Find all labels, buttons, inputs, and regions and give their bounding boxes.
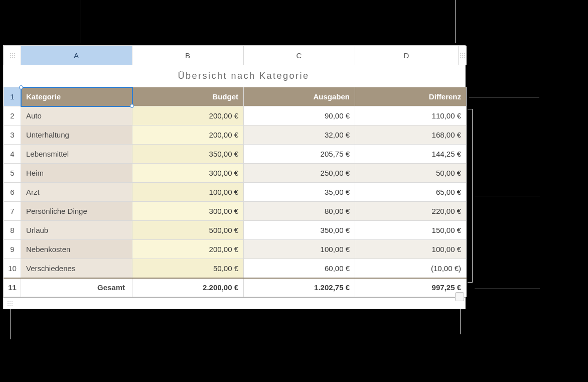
cell[interactable]: 200,00 €	[132, 125, 244, 145]
table-footer-strip	[3, 298, 466, 309]
cell-total-spent[interactable]: 1.202,75 €	[244, 278, 355, 297]
table-row: 3 Unterhaltung 200,00 € 32,00 € 168,00 €	[4, 125, 467, 145]
cell[interactable]: Auto	[21, 106, 132, 125]
cell[interactable]: 65,00 €	[355, 183, 467, 202]
row-header-4[interactable]: 4	[4, 145, 21, 164]
column-header-C[interactable]: C	[244, 46, 355, 65]
table-row: 2 Auto 200,00 € 90,00 € 110,00 €	[4, 106, 467, 125]
row-header-title[interactable]	[4, 65, 21, 87]
table-title[interactable]: Übersicht nach Kategorie	[21, 65, 467, 87]
callout-line	[475, 196, 540, 196]
cell[interactable]: 35,00 €	[244, 183, 355, 202]
add-row-handle[interactable]	[8, 301, 13, 306]
drag-handle-icon	[460, 53, 465, 58]
cell[interactable]: Verschiedenes	[21, 259, 132, 278]
table-row: 9 Nebenkosten 200,00 € 100,00 € 100,00 €	[4, 240, 467, 259]
cell-total-budget[interactable]: 2.200,00 €	[132, 278, 244, 297]
add-column-handle[interactable]	[459, 46, 467, 65]
table-row: 10 Verschiedenes 50,00 € 60,00 € (10,00 …	[4, 259, 467, 278]
row-header-2[interactable]: 2	[4, 106, 21, 125]
row-header-7[interactable]: 7	[4, 202, 21, 221]
table-row: 7 Persönliche Dinge 300,00 € 80,00 € 220…	[4, 202, 467, 221]
cell[interactable]: 100,00 €	[132, 183, 244, 202]
cell[interactable]: 350,00 €	[244, 221, 355, 240]
row-header-1[interactable]: 1	[4, 87, 21, 106]
column-header-A[interactable]: A	[21, 46, 132, 65]
cell[interactable]: 150,00 €	[355, 221, 467, 240]
cell[interactable]: 110,00 €	[355, 106, 467, 125]
drag-handle-icon	[10, 53, 15, 58]
row-header-8[interactable]: 8	[4, 221, 21, 240]
cell[interactable]: 200,00 €	[132, 240, 244, 259]
cell[interactable]: 50,00 €	[132, 259, 244, 278]
row-header-3[interactable]: 3	[4, 125, 21, 145]
cell-D1[interactable]: Differenz	[355, 87, 467, 106]
cell[interactable]: 220,00 €	[355, 202, 467, 221]
table-row: 8 Urlaub 500,00 € 350,00 € 150,00 €	[4, 221, 467, 240]
cell[interactable]: Urlaub	[21, 221, 132, 240]
header-label: Kategorie	[26, 92, 61, 101]
spreadsheet-table[interactable]: A B C D Übersicht nach Kategorie 1	[3, 45, 466, 298]
row-header-9[interactable]: 9	[4, 240, 21, 259]
row-header-6[interactable]: 6	[4, 183, 21, 202]
row-header-10[interactable]: 10	[4, 259, 21, 278]
column-header-B[interactable]: B	[132, 46, 244, 65]
column-header-D[interactable]: D	[355, 46, 459, 65]
table-title-row: Übersicht nach Kategorie	[4, 65, 467, 87]
table-row: 4 Lebensmittel 350,00 € 205,75 € 144,25 …	[4, 145, 467, 164]
cell-B1[interactable]: Budget	[132, 87, 244, 106]
row-header-11[interactable]: 11	[4, 278, 21, 297]
callout-line	[469, 97, 539, 97]
cell[interactable]: Unterhaltung	[21, 125, 132, 145]
cell-C1[interactable]: Ausgaben	[244, 87, 355, 106]
callout-line	[475, 289, 540, 289]
cell[interactable]: Arzt	[21, 183, 132, 202]
cell[interactable]: 300,00 €	[132, 202, 244, 221]
cell[interactable]: (10,00 €)	[355, 259, 467, 278]
table-row: 6 Arzt 100,00 € 35,00 € 65,00 €	[4, 183, 467, 202]
cell[interactable]: Persönliche Dinge	[21, 202, 132, 221]
cell[interactable]: 100,00 €	[355, 240, 467, 259]
selection-handle-icon[interactable]	[130, 104, 134, 108]
callout-bracket	[468, 109, 473, 283]
cell[interactable]: 60,00 €	[244, 259, 355, 278]
cell[interactable]: 32,00 €	[244, 125, 355, 145]
cell[interactable]: 205,75 €	[244, 145, 355, 164]
callout-line	[10, 309, 11, 339]
cell[interactable]: 80,00 €	[244, 202, 355, 221]
cell[interactable]: 168,00 €	[355, 125, 467, 145]
row-header-5[interactable]: 5	[4, 164, 21, 183]
cell[interactable]: 144,25 €	[355, 145, 467, 164]
cell[interactable]: 90,00 €	[244, 106, 355, 125]
cell[interactable]: 200,00 €	[132, 106, 244, 125]
column-header-row: A B C D	[4, 46, 467, 65]
table-footer-row: 11 Gesamt 2.200,00 € 1.202,75 € 997,25 €	[4, 278, 467, 297]
cell[interactable]: 500,00 €	[132, 221, 244, 240]
cell[interactable]: 50,00 €	[355, 164, 467, 183]
table-row: 5 Heim 300,00 € 250,00 € 50,00 €	[4, 164, 467, 183]
cell-total-diff[interactable]: 997,25 €	[355, 278, 467, 297]
cell[interactable]: Nebenkosten	[21, 240, 132, 259]
cell[interactable]: Lebensmittel	[21, 145, 132, 164]
cell[interactable]: 350,00 €	[132, 145, 244, 164]
cell-A1[interactable]: Kategorie	[21, 87, 132, 106]
cell[interactable]: 100,00 €	[244, 240, 355, 259]
table-resize-handle[interactable]	[455, 292, 464, 301]
cell[interactable]: Heim	[21, 164, 132, 183]
cell-total-label[interactable]: Gesamt	[21, 278, 132, 297]
cell[interactable]: 300,00 €	[132, 164, 244, 183]
callout-line	[80, 0, 80, 43]
table-header-row: 1 Kategorie Budget Ausgaben Differenz	[4, 87, 467, 106]
table-corner-handle[interactable]	[4, 46, 21, 65]
callout-line	[455, 0, 456, 43]
selection-handle-icon[interactable]	[19, 85, 23, 89]
cell[interactable]: 250,00 €	[244, 164, 355, 183]
